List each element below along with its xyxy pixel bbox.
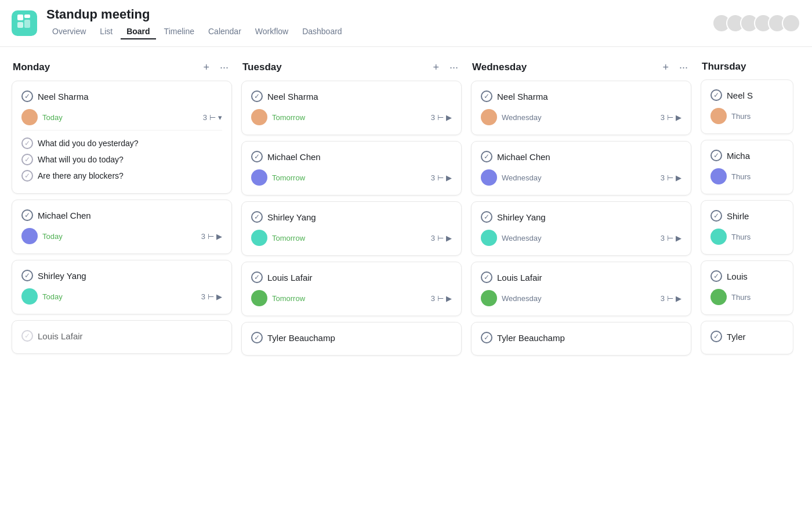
card-michael-tuesday-user: Tomorrow xyxy=(251,169,305,186)
card-louis-wednesday-user: Wednesday xyxy=(481,290,541,306)
sub-item-3-monday: ✓ Are there any blockers? xyxy=(21,168,222,184)
card-louis-monday-title-row: ✓ Louis Lafair xyxy=(21,330,222,342)
tuesday-more-button[interactable]: ··· xyxy=(447,61,461,74)
tab-overview[interactable]: Overview xyxy=(46,24,92,39)
card-neel-monday-title-row: ✓ Neel Sharma xyxy=(21,90,222,102)
card-neel-monday-user: Today xyxy=(21,109,63,125)
column-monday-actions: + ··· xyxy=(201,61,231,74)
card-neel-thursday-meta: Thurs xyxy=(710,108,784,124)
subtask-icon-neel-monday: ⊢ xyxy=(209,113,216,122)
card-louis-wednesday[interactable]: ✓ Louis Lafair Wednesday 3 ⊢ ▶ xyxy=(471,262,691,316)
member-avatars[interactable] xyxy=(712,14,800,32)
avatar-shirley-thursday xyxy=(710,229,727,245)
board: Monday + ··· ✓ Neel Sharma Today 3 ⊢ ▾ xyxy=(0,47,812,507)
wednesday-add-button[interactable]: + xyxy=(660,61,671,74)
avatar-michael-tuesday xyxy=(251,169,267,186)
card-michael-monday[interactable]: ✓ Michael Chen Today 3 ⊢ ▶ xyxy=(12,200,232,254)
card-neel-tuesday-user: Tomorrow xyxy=(251,109,305,125)
card-neel-wednesday-meta: Wednesday 3 ⊢ ▶ xyxy=(481,109,682,125)
card-neel-thursday[interactable]: ✓ Neel S Thurs xyxy=(701,79,793,134)
subtask-icon-shirley-tuesday: ⊢ xyxy=(437,234,444,242)
monday-add-button[interactable]: + xyxy=(201,61,212,74)
card-shirley-tuesday[interactable]: ✓ Shirley Yang Tomorrow 3 ⊢ ▶ xyxy=(241,201,462,256)
avatar-louis-thursday xyxy=(710,289,727,305)
card-tyler-tuesday[interactable]: ✓ Tyler Beauchamp xyxy=(241,322,462,356)
avatar-6[interactable] xyxy=(782,14,800,32)
card-shirley-wednesday[interactable]: ✓ Shirley Yang Wednesday 3 ⊢ ▶ xyxy=(471,201,691,256)
avatar-shirley-monday xyxy=(21,288,38,305)
card-louis-thursday-meta: Thurs xyxy=(710,289,784,305)
date-michael-tuesday: Tomorrow xyxy=(272,173,305,182)
arrow-neel-wednesday: ▶ xyxy=(676,113,682,122)
card-neel-monday[interactable]: ✓ Neel Sharma Today 3 ⊢ ▾ ✓ What did you… xyxy=(12,81,232,194)
tuesday-add-button[interactable]: + xyxy=(430,61,441,74)
date-louis-tuesday: Tomorrow xyxy=(272,294,305,303)
column-tuesday-actions: + ··· xyxy=(430,61,461,74)
header-title-section: Standup meeting Overview List Board Time… xyxy=(46,7,348,39)
tab-board[interactable]: Board xyxy=(121,24,155,39)
card-shirley-thursday-meta: Thurs xyxy=(710,229,784,245)
subtask-icon-shirley-monday: ⊢ xyxy=(208,292,214,301)
card-shirley-tuesday-title-row: ✓ Shirley Yang xyxy=(251,211,452,223)
card-shirley-thursday[interactable]: ✓ Shirle Thurs xyxy=(701,200,793,255)
svg-rect-1 xyxy=(24,15,30,18)
card-tyler-thursday[interactable]: ✓ Tyler xyxy=(701,321,793,354)
card-louis-tuesday[interactable]: ✓ Louis Lafair Tomorrow 3 ⊢ ▶ xyxy=(241,262,462,316)
check-icon-tyler-thursday: ✓ xyxy=(710,331,722,342)
logo-icon xyxy=(16,13,32,33)
card-shirley-monday[interactable]: ✓ Shirley Yang Today 3 ⊢ ▶ xyxy=(12,260,232,314)
date-neel-thursday: Thurs xyxy=(731,112,751,121)
tab-workflow[interactable]: Workflow xyxy=(249,24,294,39)
subtask-icon-louis-wednesday: ⊢ xyxy=(667,294,673,303)
card-michael-wednesday[interactable]: ✓ Michael Chen Wednesday 3 ⊢ ▶ xyxy=(471,141,691,195)
avatar-neel-tuesday xyxy=(251,109,267,125)
arrow-michael-monday: ▶ xyxy=(216,232,222,241)
card-michael-tuesday[interactable]: ✓ Michael Chen Tomorrow 3 ⊢ ▶ xyxy=(241,141,462,195)
tab-calendar[interactable]: Calendar xyxy=(202,24,247,39)
app-title: Standup meeting xyxy=(46,7,348,22)
arrow-michael-wednesday: ▶ xyxy=(676,173,682,182)
check-icon-michael-wednesday: ✓ xyxy=(481,151,492,162)
date-louis-wednesday: Wednesday xyxy=(502,294,541,303)
count-neel-tuesday: 3 xyxy=(431,113,435,122)
card-neel-wednesday[interactable]: ✓ Neel Sharma Wednesday 3 ⊢ ▶ xyxy=(471,81,691,135)
card-louis-wednesday-title-row: ✓ Louis Lafair xyxy=(481,271,682,283)
card-neel-thursday-title-row: ✓ Neel S xyxy=(710,89,784,101)
wednesday-more-button[interactable]: ··· xyxy=(677,61,690,74)
arrow-shirley-monday: ▶ xyxy=(216,292,222,301)
arrow-shirley-wednesday: ▶ xyxy=(676,234,682,242)
card-neel-tuesday-title-row: ✓ Neel Sharma xyxy=(251,90,452,102)
card-michael-wednesday-meta: Wednesday 3 ⊢ ▶ xyxy=(481,169,682,186)
card-shirley-tuesday-name: Shirley Yang xyxy=(267,212,316,222)
date-neel-monday: Today xyxy=(42,113,63,122)
check-icon-michael-tuesday: ✓ xyxy=(251,151,263,162)
sub-item-1-monday: ✓ What did you do yesterday? xyxy=(21,135,222,151)
card-louis-monday[interactable]: ✓ Louis Lafair xyxy=(12,320,232,354)
date-louis-thursday: Thurs xyxy=(731,293,751,302)
stats-shirley-wednesday: 3 ⊢ ▶ xyxy=(661,234,682,242)
card-neel-tuesday-meta: Tomorrow 3 ⊢ ▶ xyxy=(251,109,452,125)
card-michael-monday-title-row: ✓ Michael Chen xyxy=(21,209,222,221)
card-neel-tuesday[interactable]: ✓ Neel Sharma Tomorrow 3 ⊢ ▶ xyxy=(241,81,462,135)
tab-timeline[interactable]: Timeline xyxy=(158,24,200,39)
check-icon-shirley-monday: ✓ xyxy=(21,270,33,281)
card-tyler-wednesday[interactable]: ✓ Tyler Beauchamp xyxy=(471,322,691,356)
card-neel-thursday-user: Thurs xyxy=(710,108,751,124)
stats-michael-tuesday: 3 ⊢ ▶ xyxy=(431,173,452,182)
card-michael-monday-name: Michael Chen xyxy=(38,211,91,220)
card-michael-thursday[interactable]: ✓ Micha Thurs xyxy=(701,140,793,194)
divider-neel-monday xyxy=(21,130,222,131)
tab-list[interactable]: List xyxy=(94,24,118,39)
count-michael-monday: 3 xyxy=(201,232,205,241)
card-louis-tuesday-meta: Tomorrow 3 ⊢ ▶ xyxy=(251,290,452,306)
count-michael-wednesday: 3 xyxy=(661,173,665,182)
check-icon-neel-thursday: ✓ xyxy=(710,89,722,101)
date-shirley-wednesday: Wednesday xyxy=(502,234,541,242)
tab-dashboard[interactable]: Dashboard xyxy=(296,24,348,39)
card-shirley-monday-user: Today xyxy=(21,288,63,305)
monday-more-button[interactable]: ··· xyxy=(217,61,231,74)
column-wednesday-title: Wednesday xyxy=(472,61,527,73)
subtask-icon-michael-wednesday: ⊢ xyxy=(667,173,673,182)
card-michael-thursday-user: Thurs xyxy=(710,168,751,184)
card-louis-thursday[interactable]: ✓ Louis Thurs xyxy=(701,260,793,315)
